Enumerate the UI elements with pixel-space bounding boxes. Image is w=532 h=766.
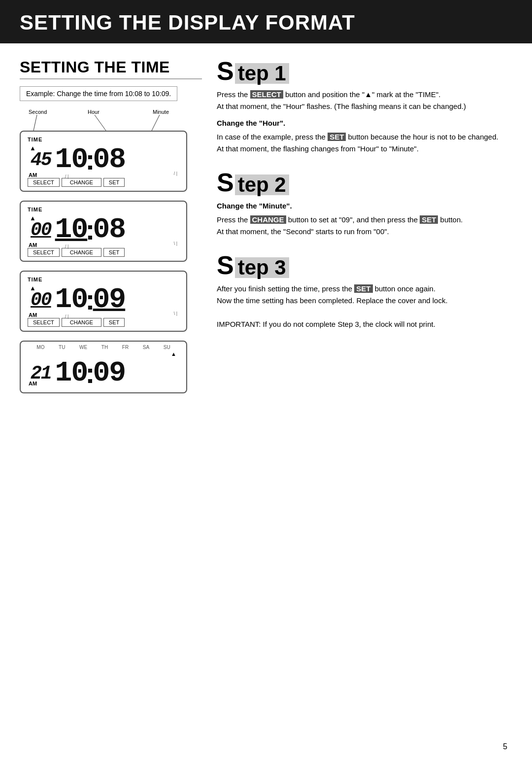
change-button-1[interactable]: CHANGE bbox=[62, 178, 101, 187]
seconds-digit-1: 45 bbox=[31, 149, 51, 171]
change-button-3[interactable]: CHANGE bbox=[62, 318, 101, 327]
hour-digit-3: 10 bbox=[55, 285, 88, 314]
step-3-body: After you finish setting the time, press… bbox=[217, 283, 512, 330]
day-fr: FR bbox=[122, 345, 129, 350]
day-su: SU bbox=[164, 345, 170, 350]
page-number: 5 bbox=[503, 742, 507, 751]
buttons-row-2: SELECT CHANGE SET bbox=[28, 248, 179, 257]
clock-row-3: 00 10 : 09 \ | / | bbox=[28, 283, 179, 315]
step-1-num: tep 1 bbox=[235, 63, 289, 84]
minute-digit-4: 09 bbox=[93, 359, 126, 387]
clock-panel-2: TIME ▲ 00 10 : 08 \ | / | AM SELECT CHAN… bbox=[20, 201, 187, 262]
select-button-1[interactable]: SELECT bbox=[28, 178, 60, 187]
clock-panel-4: MO TU WE TH FR SA SU ▲ 21 10 : 09 AM bbox=[20, 341, 187, 393]
am-label-2: AM bbox=[29, 242, 37, 248]
step-1-s: S bbox=[217, 58, 234, 84]
set-button-2[interactable]: SET bbox=[103, 248, 125, 257]
day-we: WE bbox=[79, 345, 87, 350]
select-highlight: SELECT bbox=[250, 90, 283, 99]
panel-label-3: TIME bbox=[28, 277, 179, 282]
step-3-num: tep 3 bbox=[235, 257, 289, 278]
svg-line-5 bbox=[152, 115, 160, 131]
step-1-body: Press the SELECT button and position the… bbox=[217, 89, 512, 155]
hour-digit-2: 10 bbox=[55, 215, 88, 244]
minute-digit-1: 08 bbox=[93, 145, 126, 174]
svg-text:Hour: Hour bbox=[88, 109, 100, 115]
main-content: SETTING THE TIME Example: Change the tim… bbox=[0, 58, 532, 402]
panel-label-1: TIME bbox=[28, 137, 179, 142]
connector-svg: Second Hour Minute bbox=[20, 109, 187, 131]
set-highlight-2: SET bbox=[420, 215, 438, 224]
buttons-row-1: SELECT CHANGE SET bbox=[28, 178, 179, 187]
step-2-num: tep 2 bbox=[235, 174, 289, 195]
step-3-section: Step 3 After you finish setting the time… bbox=[217, 252, 512, 330]
arrow-indicator-1: ▲ bbox=[30, 144, 36, 152]
tick-2: / | bbox=[65, 174, 68, 179]
clock-row-2: 00 10 : 08 \ | / | bbox=[28, 213, 179, 245]
day-th: TH bbox=[101, 345, 108, 350]
page-header: SETTING THE DISPLAY FORMAT bbox=[0, 0, 532, 43]
tick-5: \ | bbox=[174, 311, 177, 316]
tick-6: / | bbox=[65, 314, 68, 319]
day-mo: MO bbox=[36, 345, 44, 350]
svg-line-3 bbox=[95, 115, 106, 131]
day-sa: SA bbox=[143, 345, 149, 350]
set-highlight-3: SET bbox=[354, 284, 372, 293]
days-row: MO TU WE TH FR SA SU bbox=[28, 345, 179, 350]
svg-line-1 bbox=[33, 115, 37, 131]
clock-panel-3: TIME ▲ 00 10 : 09 \ | / | AM SELECT CHAN… bbox=[20, 271, 187, 332]
arrow-indicator-2: ▲ bbox=[30, 214, 36, 222]
tick-1: / | bbox=[174, 171, 177, 176]
example-text: Example: Change the time from 10:08 to 1… bbox=[20, 86, 177, 101]
minute-digit-3: 09 bbox=[93, 285, 126, 314]
step-2-subhead: Change the "Minute". bbox=[217, 200, 512, 212]
svg-text:Second: Second bbox=[29, 109, 47, 115]
step-3-s: S bbox=[217, 252, 234, 278]
am-label-4: AM bbox=[29, 381, 37, 386]
step-2-s: S bbox=[217, 170, 234, 195]
seconds-digit-2: 00 bbox=[31, 219, 51, 241]
step-1-section: Step 1 Press the SELECT button and posit… bbox=[217, 58, 512, 155]
step-1-header: Step 1 bbox=[217, 58, 512, 84]
clock-panel-1: Second Hour Minute TIME ▲ 45 10 : 08 bbox=[20, 131, 202, 192]
step-2-header: Step 2 bbox=[217, 170, 512, 195]
step-1-subhead: Change the "Hour". bbox=[217, 117, 512, 129]
am-label-3: AM bbox=[29, 312, 37, 318]
step-3-header: Step 3 bbox=[217, 252, 512, 278]
select-button-3[interactable]: SELECT bbox=[28, 318, 60, 327]
panel-label-2: TIME bbox=[28, 207, 179, 212]
clock-row-1: 45 10 : 08 / | / | bbox=[28, 143, 179, 175]
arrow-indicator-3: ▲ bbox=[30, 284, 36, 292]
set-button-3[interactable]: SET bbox=[103, 318, 125, 327]
day-tu: TU bbox=[59, 345, 65, 350]
svg-text:Minute: Minute bbox=[153, 109, 169, 115]
am-label-1: AM bbox=[29, 172, 37, 178]
tick-3: \ | bbox=[174, 241, 177, 246]
clock-display-1: TIME ▲ 45 10 : 08 / | / | AM SELECT CH bbox=[20, 131, 187, 192]
left-column: SETTING THE TIME Example: Change the tim… bbox=[20, 58, 202, 402]
tick-4: / | bbox=[65, 244, 68, 249]
seconds-digit-3: 00 bbox=[31, 289, 51, 311]
step-2-body: Change the "Minute". Press the CHANGE bu… bbox=[217, 200, 512, 238]
minute-digit-2: 08 bbox=[93, 215, 126, 244]
set-button-1[interactable]: SET bbox=[103, 178, 125, 187]
change-highlight: CHANGE bbox=[250, 215, 286, 224]
buttons-row-3: SELECT CHANGE SET bbox=[28, 318, 179, 327]
section-title: SETTING THE TIME bbox=[20, 58, 202, 79]
select-button-2[interactable]: SELECT bbox=[28, 248, 60, 257]
right-column: Step 1 Press the SELECT button and posit… bbox=[217, 58, 512, 402]
hour-digit-4: 10 bbox=[55, 359, 88, 387]
hour-digit-1: 10 bbox=[55, 145, 88, 174]
clock-row-4: 21 10 : 09 bbox=[28, 357, 179, 388]
step-2-section: Step 2 Change the "Minute". Press the CH… bbox=[217, 170, 512, 238]
day-arrow: ▲ bbox=[28, 351, 179, 357]
set-highlight-1: SET bbox=[328, 133, 346, 141]
change-button-2[interactable]: CHANGE bbox=[62, 248, 101, 257]
page-title: SETTING THE DISPLAY FORMAT bbox=[20, 11, 512, 35]
